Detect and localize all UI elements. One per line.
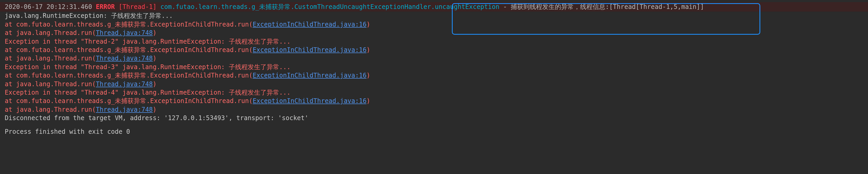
source-link[interactable]: ExceptionInChildThread.java:16 — [253, 46, 367, 54]
thread-exception-header: Exception in thread "Thread-3" java.lang… — [0, 63, 868, 71]
stack-frame: at com.futao.learn.threads.g_未捕获异常.Excep… — [0, 46, 868, 54]
paren-close: ) — [367, 97, 370, 105]
source-link[interactable]: Thread.java:748 — [96, 55, 153, 62]
paren-close: ) — [153, 29, 157, 36]
at-prefix: at — [5, 106, 16, 113]
paren-close: ) — [367, 72, 370, 79]
log-timestamp: 2020-06-17 20:12:31.460 — [5, 3, 92, 10]
frame-class: com.futao.learn.threads.g_未捕获异常.Exceptio… — [16, 46, 252, 54]
stack-frame: at com.futao.learn.threads.g_未捕获异常.Excep… — [0, 97, 868, 105]
frame-class: java.lang.Thread.run( — [16, 55, 96, 62]
log-separator: - — [503, 3, 511, 10]
thread-exception-header: Exception in thread "Thread-4" java.lang… — [0, 88, 868, 97]
source-link[interactable]: ExceptionInChildThread.java:16 — [253, 21, 367, 28]
stack-frame: at java.lang.Thread.run(Thread.java:748) — [0, 54, 868, 63]
paren-close: ) — [367, 21, 370, 28]
stack-frame: at java.lang.Thread.run(Thread.java:748) — [0, 80, 868, 88]
stack-frame: at com.futao.learn.threads.g_未捕获异常.Excep… — [0, 20, 868, 29]
at-prefix: at — [5, 46, 16, 54]
source-link[interactable]: Thread.java:748 — [96, 81, 153, 88]
frame-class: java.lang.Thread.run( — [16, 106, 96, 113]
stack-frame: at java.lang.Thread.run(Thread.java:748) — [0, 29, 868, 37]
log-message: 捕获到线程发生的异常，线程信息:[Thread[Thread-1,5,main]… — [511, 3, 704, 10]
paren-close: ) — [153, 81, 157, 88]
at-prefix: at — [5, 81, 16, 88]
source-link[interactable]: ExceptionInChildThread.java:16 — [253, 72, 367, 79]
at-prefix: at — [5, 72, 16, 79]
frame-class: java.lang.Thread.run( — [16, 29, 96, 36]
log-logger: com.futao.learn.threads.g_未捕获异常.CustomTh… — [160, 3, 499, 10]
log-error-line: 2020-06-17 20:12:31.460 ERROR [Thread-1]… — [0, 2, 868, 11]
frame-class: java.lang.Thread.run( — [16, 81, 96, 88]
source-link[interactable]: Thread.java:748 — [96, 29, 153, 36]
at-prefix: at — [5, 97, 16, 105]
source-link[interactable]: Thread.java:748 — [96, 106, 153, 113]
frame-class: com.futao.learn.threads.g_未捕获异常.Exceptio… — [16, 21, 252, 28]
at-prefix: at — [5, 55, 16, 62]
paren-close: ) — [367, 46, 370, 54]
exception-header: java.lang.RuntimeException: 子线程发生了异常... — [0, 11, 868, 20]
at-prefix: at — [5, 29, 16, 36]
log-thread: [Thread-1] — [119, 3, 157, 10]
source-link[interactable]: ExceptionInChildThread.java:16 — [253, 97, 367, 105]
at-prefix: at — [5, 21, 16, 28]
disconnect-line: Disconnected from the target VM, address… — [0, 114, 868, 122]
thread-exception-header: Exception in thread "Thread-2" java.lang… — [0, 37, 868, 46]
log-level: ERROR — [96, 3, 115, 10]
console-output: 2020-06-17 20:12:31.460 ERROR [Thread-1]… — [0, 2, 868, 136]
process-finish-line: Process finished with exit code 0 — [0, 127, 868, 136]
spacer — [0, 122, 868, 127]
paren-close: ) — [153, 106, 157, 113]
frame-class: com.futao.learn.threads.g_未捕获异常.Exceptio… — [16, 97, 252, 105]
stack-frame: at com.futao.learn.threads.g_未捕获异常.Excep… — [0, 71, 868, 80]
stack-frame: at java.lang.Thread.run(Thread.java:748) — [0, 106, 868, 114]
frame-class: com.futao.learn.threads.g_未捕获异常.Exceptio… — [16, 72, 252, 79]
paren-close: ) — [153, 55, 157, 62]
